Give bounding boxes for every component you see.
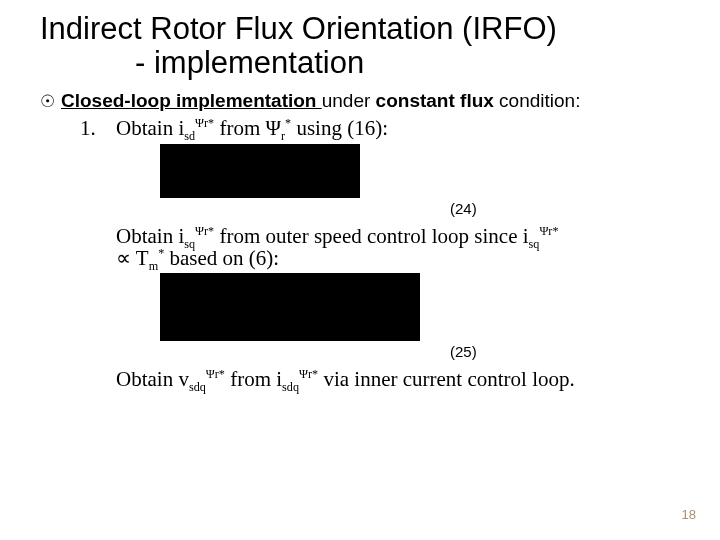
equation-label-24: (24) — [40, 200, 680, 217]
page-number: 18 — [682, 507, 696, 522]
step-body: Obtain isdΨr* from Ψr* using (16): — [116, 116, 680, 140]
title-line-1: Indirect Rotor Flux Orientation (IRFO) — [40, 12, 680, 46]
equation-block-24 — [160, 144, 360, 198]
equation-label-25: (25) — [40, 343, 680, 360]
slide-title: Indirect Rotor Flux Orientation (IRFO) -… — [40, 12, 680, 80]
equation-block-25 — [160, 273, 420, 341]
bullet-underlined: Closed-loop implementation — [61, 90, 322, 111]
para-2: Obtain isqΨr* from outer speed control l… — [116, 225, 680, 269]
bullet-text: Closed-loop implementation under constan… — [61, 90, 580, 112]
para-3: Obtain vsdqΨr* from isdqΨr* via inner cu… — [116, 368, 680, 390]
step-number: 1. — [80, 116, 104, 140]
bullet-row: ☉ Closed-loop implementation under const… — [40, 90, 680, 112]
title-line-2: - implementation — [40, 46, 680, 80]
slide-container: Indirect Rotor Flux Orientation (IRFO) -… — [0, 0, 720, 414]
step-1: 1. Obtain isdΨr* from Ψr* using (16): — [80, 116, 680, 140]
bullet-icon: ☉ — [40, 93, 55, 110]
